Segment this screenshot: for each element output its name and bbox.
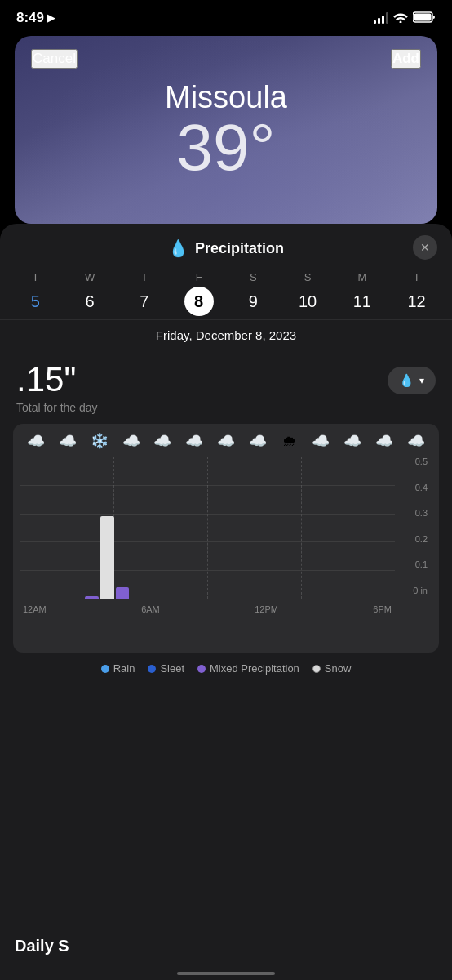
rain-dot bbox=[101, 665, 109, 673]
unit-toggle-button[interactable]: 💧 ▾ bbox=[388, 367, 436, 394]
weather-icons-row: ☁️ ☁️ ❄️ ☁️ ☁️ ☁️ ☁️ ☁️ 🌧 ☁️ ☁️ ☁️ ☁️ bbox=[13, 432, 439, 457]
weather-icon: ☁️ bbox=[369, 432, 399, 450]
cal-day-9[interactable]: S 9 bbox=[232, 271, 274, 316]
cal-day-11[interactable]: M 11 bbox=[341, 271, 383, 316]
precipitation-chart: ☁️ ☁️ ❄️ ☁️ ☁️ ☁️ ☁️ ☁️ 🌧 ☁️ ☁️ ☁️ ☁️ 0.… bbox=[13, 424, 439, 653]
title-wrap: 💧 Precipitation bbox=[168, 238, 284, 258]
x-label-6am: 6AM bbox=[141, 604, 160, 614]
cancel-button[interactable]: Cancel bbox=[31, 49, 78, 69]
x-label-12pm: 12PM bbox=[255, 604, 278, 614]
close-button[interactable]: ✕ bbox=[413, 235, 437, 260]
daily-title: Daily S bbox=[15, 937, 69, 955]
cal-day-5[interactable]: T 5 bbox=[14, 271, 56, 316]
time-display: 8:49 bbox=[16, 10, 44, 26]
sleet-label: Sleet bbox=[160, 662, 184, 675]
battery-icon bbox=[413, 11, 436, 25]
add-button[interactable]: Add bbox=[391, 49, 421, 69]
amount-label: Total for the day bbox=[16, 401, 98, 414]
signal-icon bbox=[374, 12, 388, 24]
cal-day-8[interactable]: F 8 bbox=[178, 271, 220, 316]
mixed-dot bbox=[197, 665, 206, 673]
weather-icon: ☁️ bbox=[116, 432, 146, 450]
home-indicator bbox=[177, 972, 275, 975]
mixed-label: Mixed Precipitation bbox=[210, 662, 299, 675]
snow-dot bbox=[312, 665, 321, 673]
panel-title: Precipitation bbox=[195, 240, 284, 257]
unit-icon: 💧 bbox=[399, 373, 414, 388]
y-label-0_5: 0.5 bbox=[398, 457, 432, 466]
weather-icon: ☁️ bbox=[211, 432, 242, 450]
calendar-row: T 5 W 6 T 7 F 8 S 9 S 10 M 11 T 12 bbox=[0, 268, 452, 320]
amount-container: .15" Total for the day bbox=[16, 360, 98, 414]
y-label-0_4: 0.4 bbox=[398, 483, 432, 492]
temperature-display: 39° bbox=[177, 115, 276, 180]
chart-graph: 12AM 6AM 12PM 6PM bbox=[20, 457, 395, 620]
legend-rain: Rain bbox=[101, 662, 135, 675]
chart-area: 0.5 0.4 0.3 0.2 0.1 0 in bbox=[20, 457, 432, 620]
rain-label: Rain bbox=[113, 662, 135, 675]
daily-section: Daily S bbox=[0, 929, 452, 964]
legend-mixed: Mixed Precipitation bbox=[197, 662, 299, 675]
snow-label: Snow bbox=[325, 662, 352, 675]
chart-legend: Rain Sleet Mixed Precipitation Snow bbox=[0, 653, 452, 681]
svg-rect-1 bbox=[414, 13, 432, 20]
selected-date: Friday, December 8, 2023 bbox=[0, 320, 452, 349]
y-label-0_3: 0.3 bbox=[398, 508, 432, 518]
weather-icon: ☁️ bbox=[306, 432, 336, 450]
weather-icon: ☁️ bbox=[338, 432, 368, 450]
cal-day-6[interactable]: W 6 bbox=[69, 271, 111, 316]
weather-icon: 🌧 bbox=[274, 433, 304, 450]
wifi-icon bbox=[393, 11, 408, 25]
y-label-0in: 0 in bbox=[398, 586, 432, 595]
cal-day-7[interactable]: T 7 bbox=[123, 271, 166, 316]
cal-day-10[interactable]: S 10 bbox=[286, 271, 329, 316]
status-time: 8:49 ▶ bbox=[16, 10, 55, 26]
x-label-12am: 12AM bbox=[23, 604, 47, 614]
precip-drop-icon: 💧 bbox=[168, 238, 188, 258]
city-name: Missoula bbox=[165, 80, 287, 115]
chart-y-axis: 0.5 0.4 0.3 0.2 0.1 0 in bbox=[398, 457, 432, 595]
weather-icon: ☁️ bbox=[148, 432, 178, 450]
chart-bars bbox=[20, 457, 395, 599]
precipitation-amount: .15" bbox=[16, 360, 98, 399]
amount-row: .15" Total for the day 💧 ▾ bbox=[0, 349, 452, 417]
weather-card: Cancel Add Missoula 39° bbox=[15, 36, 437, 224]
weather-icon: ☁️ bbox=[242, 432, 273, 450]
x-label-6pm: 6PM bbox=[373, 604, 392, 614]
dropdown-chevron-icon: ▾ bbox=[419, 375, 424, 386]
weather-icon: ☁️ bbox=[53, 432, 83, 450]
weather-icon: ☁️ bbox=[179, 432, 210, 450]
status-bar: 8:49 ▶ bbox=[0, 0, 452, 36]
legend-snow: Snow bbox=[312, 662, 352, 675]
sleet-dot bbox=[148, 665, 156, 673]
bar-hour-6 bbox=[116, 587, 130, 599]
y-label-0_2: 0.2 bbox=[398, 534, 432, 544]
location-icon: ▶ bbox=[47, 12, 55, 24]
precipitation-panel: 💧 Precipitation ✕ T 5 W 6 T 7 F 8 S 9 S bbox=[0, 224, 452, 980]
close-icon: ✕ bbox=[420, 241, 430, 254]
y-label-0_1: 0.1 bbox=[398, 559, 432, 569]
bar-hour-5 bbox=[100, 516, 114, 599]
weather-icon: ☁️ bbox=[401, 432, 431, 450]
weather-icon: ☁️ bbox=[21, 432, 51, 450]
panel-header: 💧 Precipitation ✕ bbox=[0, 224, 452, 268]
chart-x-axis: 12AM 6AM 12PM 6PM bbox=[20, 599, 395, 620]
status-icons bbox=[374, 11, 436, 25]
legend-sleet: Sleet bbox=[148, 662, 184, 675]
cal-day-12[interactable]: T 12 bbox=[396, 271, 438, 316]
weather-icon: ❄️ bbox=[85, 432, 115, 450]
